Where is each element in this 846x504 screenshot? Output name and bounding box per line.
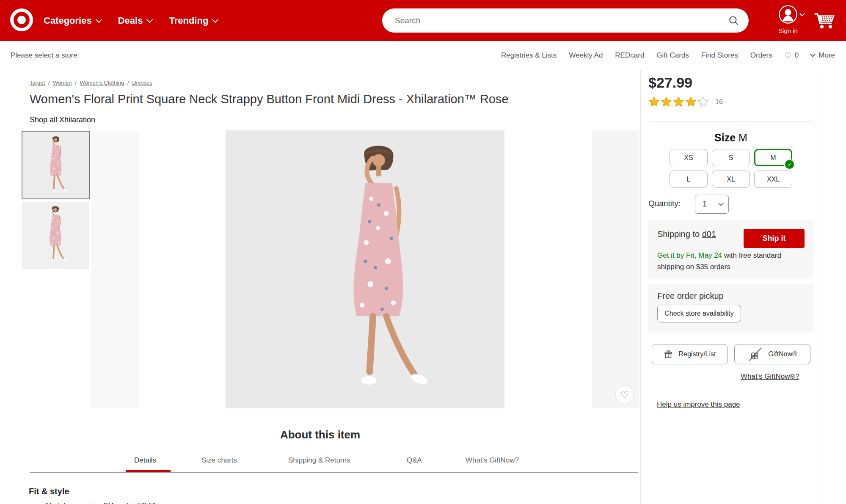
selected-check-icon: ✓ <box>784 159 795 170</box>
link-redcard[interactable]: REDcard <box>615 51 644 60</box>
quantity-label: Quantity: <box>648 199 681 208</box>
size-button-xl[interactable]: XL <box>712 171 750 188</box>
registry-list-button[interactable]: Registry/List <box>652 344 728 364</box>
tab-details[interactable]: Details <box>134 456 156 465</box>
registry-list-label: Registry/List <box>678 350 716 358</box>
search-input[interactable] <box>394 16 728 26</box>
link-find-stores[interactable]: Find Stores <box>701 51 738 60</box>
size-button-xs[interactable]: XS <box>670 149 708 166</box>
size-selector: XS S M✓ L XL XXL <box>670 149 792 188</box>
quantity-value: 1 <box>703 200 707 209</box>
primary-nav: Categories Deals Trending <box>44 0 218 41</box>
chevron-down-icon <box>799 11 805 17</box>
search-icon[interactable] <box>728 15 739 26</box>
fit-style-bullet-text: Model wears size S/4 and is 5'9.5" <box>46 501 155 504</box>
star-icon <box>685 96 697 107</box>
nav-deals[interactable]: Deals <box>118 15 152 26</box>
partial-star-icon <box>697 96 709 107</box>
thumbnail-front-view[interactable] <box>22 131 90 199</box>
chevron-down-icon <box>146 16 153 23</box>
bullet-dot: • <box>39 501 41 504</box>
size-button-m-label: M <box>770 154 776 162</box>
help-improve-link[interactable]: Help us improve this page <box>657 400 740 409</box>
breadcrumb-separator: / <box>127 80 129 86</box>
product-price: $27.99 <box>648 74 692 91</box>
carousel-previous-peek <box>91 131 139 408</box>
more-menu[interactable]: More <box>811 51 835 60</box>
nav-deals-label: Deals <box>118 15 143 26</box>
search-bar <box>382 8 749 33</box>
carousel-next-peek <box>592 130 639 408</box>
size-button-m-selected[interactable]: M✓ <box>754 149 792 166</box>
panel-right-edge <box>821 70 821 504</box>
breadcrumb-women[interactable]: Women <box>53 80 72 86</box>
size-heading: Size M <box>648 132 813 144</box>
store-selector[interactable]: Please select a store <box>11 41 77 70</box>
nav-trending[interactable]: Trending <box>169 15 218 26</box>
chevron-down-icon <box>718 201 724 206</box>
link-registries-lists[interactable]: Registries & Lists <box>501 51 557 60</box>
link-orders[interactable]: Orders <box>750 51 772 60</box>
selected-size-value: M <box>739 132 747 143</box>
header: Categories Deals Trending Sign in <box>0 0 846 41</box>
shop-all-link[interactable]: Shop all Xhilaration <box>30 116 95 124</box>
thumbnail-back-view[interactable] <box>22 202 89 269</box>
ship-it-button[interactable]: Ship it <box>744 229 805 248</box>
breadcrumb-dresses[interactable]: Dresses <box>132 80 152 86</box>
product-main-image[interactable] <box>226 130 504 408</box>
tab-whats-giftnow[interactable]: What's GiftNow? <box>466 456 519 465</box>
whats-giftnow-link[interactable]: What's GiftNow®? <box>741 372 799 381</box>
shipping-to-label: Shipping to <box>657 229 700 239</box>
star-icon <box>673 96 684 107</box>
chevron-down-icon <box>212 16 219 23</box>
pickup-section: Free order pickup Check store availabili… <box>648 284 813 333</box>
nav-categories[interactable]: Categories <box>44 15 101 26</box>
breadcrumb-womens-clothing[interactable]: Women's Clothing <box>80 80 124 86</box>
fit-style-heading: Fit & style <box>29 487 69 496</box>
utility-bar: Please select a store Registries & Lists… <box>0 41 846 70</box>
rating-stars[interactable]: 16 <box>648 96 723 107</box>
product-title: Women's Floral Print Square Neck Strappy… <box>30 92 588 106</box>
favorite-heart-button[interactable]: ♡ <box>615 386 634 404</box>
giftnow-label: GiftNow® <box>768 350 797 358</box>
target-logo-dot <box>17 16 26 24</box>
about-this-item-heading: About this item <box>0 428 640 441</box>
breadcrumb: Target / Women / Women's Clothing / Dres… <box>30 80 154 86</box>
more-label: More <box>818 51 835 60</box>
review-count[interactable]: 16 <box>715 98 723 106</box>
target-product-page: Categories Deals Trending Sign in <box>0 0 846 504</box>
size-button-l[interactable]: L <box>670 171 708 188</box>
account-menu[interactable]: Sign in <box>769 5 807 34</box>
shipping-to-line: Shipping to d01 <box>657 229 716 239</box>
target-logo[interactable] <box>10 8 33 31</box>
account-icon <box>778 5 798 24</box>
breadcrumb-separator: / <box>75 80 77 86</box>
check-store-availability-button[interactable]: Check store availability <box>657 305 741 322</box>
size-button-s[interactable]: S <box>712 149 750 166</box>
nav-categories-label: Categories <box>44 15 92 26</box>
size-button-xxl[interactable]: XXL <box>754 171 792 188</box>
breadcrumb-target[interactable]: Target <box>30 80 45 86</box>
shipping-promo: Get it by Fri, May 24 with free standard… <box>657 250 806 273</box>
nav-trending-label: Trending <box>169 15 208 26</box>
pickup-title: Free order pickup <box>657 291 724 301</box>
star-icon <box>661 96 672 107</box>
shipping-location-link[interactable]: d01 <box>702 229 716 239</box>
giftnow-button[interactable]: GiftNow® <box>734 344 810 364</box>
tab-size-charts[interactable]: Size charts <box>201 456 237 465</box>
cart-icon[interactable] <box>813 11 835 31</box>
gift-icon <box>664 350 673 359</box>
sign-in-label: Sign in <box>769 27 807 34</box>
breadcrumb-separator: / <box>48 80 50 86</box>
favorites-count: 0 <box>795 51 799 60</box>
tab-qa[interactable]: Q&A <box>407 456 422 465</box>
quantity-dropdown[interactable]: 1 <box>695 195 729 214</box>
link-weekly-ad[interactable]: Weekly Ad <box>569 51 603 60</box>
link-gift-cards[interactable]: Gift Cards <box>656 51 689 60</box>
heart-icon: ♡ <box>620 389 629 400</box>
heart-icon: ♡ <box>785 51 792 61</box>
favorites-link[interactable]: ♡ 0 <box>785 51 799 61</box>
tab-shipping-returns[interactable]: Shipping & Returns <box>288 456 350 465</box>
chevron-down-icon <box>95 16 102 23</box>
giftnow-bow-icon <box>747 347 763 362</box>
